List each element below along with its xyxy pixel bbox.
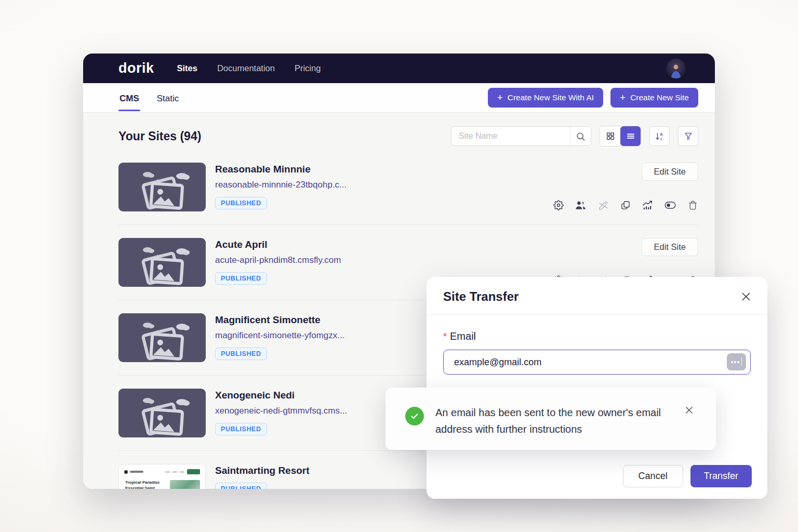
create-new-site-label: Create New Site [630, 93, 689, 102]
site-search-input[interactable] [451, 127, 570, 145]
site-name: Acute April [215, 239, 341, 250]
list-view-button[interactable] [620, 126, 641, 146]
site-thumbnail[interactable]: Tropical Paradise Essential Saint Marcos [118, 464, 206, 489]
create-with-ai-label: Create New Site With AI [508, 93, 594, 102]
success-toast: An email has been sent to the new owner'… [385, 388, 716, 450]
plus-icon: + [497, 92, 503, 102]
workspace-tabbar: CMS Static + Create New Site With AI + C… [83, 83, 715, 113]
dorik-logo: dorik [118, 60, 154, 76]
plus-icon: + [620, 92, 626, 102]
cancel-button[interactable]: Cancel [623, 465, 683, 487]
nav-item-pricing[interactable]: Pricing [295, 63, 321, 73]
site-name: Magnificent Simonette [215, 314, 344, 326]
close-icon [684, 405, 694, 415]
close-icon [740, 291, 752, 302]
site-url-link[interactable]: xenogeneic-nedi-gtmmvfsq.cms... [215, 406, 347, 416]
list-icon [626, 131, 635, 141]
site-thumbnail[interactable] [118, 163, 206, 211]
status-badge: PUBLISHED [215, 197, 267, 209]
status-badge: PUBLISHED [215, 483, 267, 489]
site-name: Xenogeneic Nedi [215, 390, 347, 401]
sort-button[interactable]: A z [649, 126, 670, 146]
site-url-link[interactable]: magnificent-simonette-yfomgzx... [215, 330, 344, 341]
tab-cms[interactable]: CMS [118, 85, 140, 111]
mini-site-button [187, 469, 200, 474]
user-avatar[interactable] [666, 59, 686, 78]
site-url-link[interactable]: reasonable-minnnie-23tbqohp.c... [215, 180, 347, 190]
grid-icon [606, 131, 615, 141]
transfer-members-icon[interactable] [575, 200, 587, 211]
nav-item-sites[interactable]: Sites [177, 63, 197, 73]
analytics-icon[interactable] [642, 200, 654, 211]
autofill-icon[interactable] [727, 353, 746, 370]
modal-title: Site Transfer [443, 289, 518, 304]
grid-view-button[interactable] [600, 126, 620, 146]
mini-site-photo [170, 480, 200, 489]
status-badge: PUBLISHED [215, 423, 267, 435]
duplicate-copy-icon[interactable] [620, 200, 631, 211]
mini-site-heading: Tropical Paradise Essential Saint Marcos [125, 480, 170, 489]
site-thumbnail[interactable] [118, 238, 206, 287]
status-badge: PUBLISHED [215, 348, 267, 360]
status-badge: PUBLISHED [215, 272, 267, 285]
search-button[interactable] [570, 127, 591, 145]
transfer-button[interactable]: Transfer [690, 465, 752, 487]
create-new-site-with-ai-button[interactable]: + Create New Site With AI [488, 88, 603, 108]
row-action-icons [553, 200, 698, 211]
site-name: Saintmarting Resort [215, 465, 310, 476]
site-thumbnail[interactable] [118, 313, 206, 362]
site-url-link[interactable]: acute-april-pkndim8t.cmsfly.com [215, 255, 341, 265]
email-field-label: *Email [443, 330, 751, 342]
delete-trash-icon[interactable] [687, 200, 698, 211]
edit-site-button[interactable]: Edit Site [642, 163, 698, 181]
search-icon [576, 131, 586, 141]
tab-static[interactable]: Static [156, 85, 180, 111]
filter-button[interactable] [678, 126, 698, 146]
mini-site-navbar [124, 469, 200, 475]
list-toolbar: A z [451, 126, 698, 147]
edit-pen-disabled-icon[interactable] [597, 200, 609, 211]
nav-item-documentation[interactable]: Documentation [217, 63, 275, 73]
sort-az-icon: A z [655, 131, 664, 141]
analytics-icon [642, 200, 654, 210]
toggle-icon[interactable] [664, 200, 676, 211]
filter-funnel-icon [684, 131, 693, 141]
required-asterisk: * [443, 331, 447, 342]
site-row: Reasonable Minnnie reasonable-minnnie-23… [118, 150, 698, 225]
view-toggle [600, 126, 641, 147]
mini-site-logo [124, 470, 128, 474]
svg-text:z: z [660, 136, 662, 141]
toast-message: An email has been sent to the new owner'… [435, 404, 680, 450]
nav-links: Sites Documentation Pricing [177, 63, 321, 73]
image-placeholder-icon [118, 163, 206, 211]
page-title: Your Sites (94) [118, 129, 201, 143]
top-navbar: dorik Sites Documentation Pricing [83, 54, 715, 83]
toast-close-button[interactable] [684, 405, 694, 415]
success-check-icon [405, 407, 424, 425]
settings-gear-icon[interactable] [553, 200, 564, 211]
modal-close-button[interactable] [740, 291, 752, 302]
site-thumbnail[interactable] [118, 389, 206, 437]
person-icon [669, 63, 683, 78]
site-name: Reasonable Minnnie [215, 164, 347, 175]
edit-site-button[interactable]: Edit Site [642, 238, 698, 256]
create-new-site-button[interactable]: + Create New Site [610, 88, 698, 108]
tab-actions: + Create New Site With AI + Create New S… [488, 88, 698, 108]
email-field[interactable] [443, 350, 751, 375]
site-search [451, 126, 591, 146]
